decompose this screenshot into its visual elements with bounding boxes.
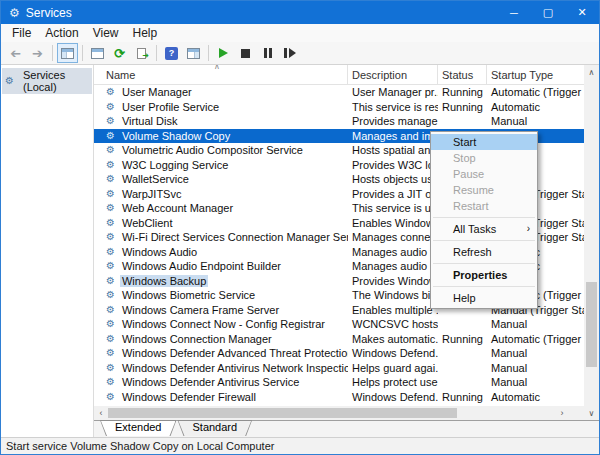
- tab-extended[interactable]: Extended: [100, 420, 176, 436]
- table-row[interactable]: ⚙Windows Connect Now - Config RegistrarW…: [94, 317, 584, 332]
- service-name: Windows Defender Antivirus Network Inspe…: [120, 362, 348, 374]
- table-row[interactable]: ⚙Windows Defender Antivirus Network Insp…: [94, 361, 584, 376]
- vertical-scroll-track[interactable]: [584, 79, 599, 406]
- column-header-startup-type[interactable]: Startup Type: [487, 65, 584, 84]
- show-console-tree-icon[interactable]: [57, 43, 78, 63]
- table-row[interactable]: ⚙User ManagerUser Manager pr...RunningAu…: [94, 85, 584, 100]
- scroll-down-icon[interactable]: ∨: [584, 406, 599, 420]
- service-description: Manages audio d...: [348, 260, 438, 272]
- service-gear-icon: ⚙: [106, 102, 115, 112]
- column-label: Name: [106, 69, 135, 81]
- export-list-icon[interactable]: ➜: [131, 43, 152, 63]
- scroll-up-icon[interactable]: ∧: [584, 65, 599, 79]
- service-startup-type: Manual: [487, 362, 584, 374]
- service-gear-icon: ⚙: [106, 87, 115, 97]
- service-startup-type: Automatic: [487, 391, 584, 403]
- table-row[interactable]: ⚙Windows Connection ManagerMakes automat…: [94, 332, 584, 347]
- tab-label: Standard: [192, 421, 237, 433]
- service-name-cell: ⚙User Manager: [94, 86, 348, 98]
- stop-service-icon[interactable]: [235, 43, 256, 63]
- restart-glyph: [284, 48, 296, 58]
- properties-window-glyph: [91, 48, 104, 59]
- service-name: WebClient: [120, 217, 175, 229]
- restart-service-icon[interactable]: [279, 43, 300, 63]
- service-name: Virtual Disk: [120, 115, 179, 127]
- context-menu-item-help[interactable]: Help: [431, 290, 537, 306]
- service-description: Enables multiple ...: [348, 304, 438, 316]
- service-name-cell: ⚙Windows Defender Firewall: [94, 391, 348, 403]
- pause-glyph: [264, 48, 272, 58]
- service-startup-type: Manual: [487, 115, 584, 127]
- service-gear-icon: ⚙: [106, 218, 115, 228]
- menu-action[interactable]: Action: [38, 26, 85, 40]
- help-glyph: ?: [165, 47, 178, 60]
- service-description: Hosts spatial anal...: [348, 144, 438, 156]
- vertical-scrollbar[interactable]: ∧ ∨: [584, 65, 599, 420]
- context-menu-item-refresh[interactable]: Refresh: [431, 244, 537, 260]
- services-gears-icon: ⚙: [9, 7, 20, 19]
- context-menu-item-all-tasks[interactable]: All Tasks›: [431, 221, 537, 237]
- close-button[interactable]: ✕: [565, 1, 599, 24]
- menu-view[interactable]: View: [86, 26, 126, 40]
- table-row[interactable]: ⚙User Profile ServiceThis service is res…: [94, 100, 584, 115]
- menu-help[interactable]: Help: [126, 26, 165, 40]
- service-name: Windows Camera Frame Server: [120, 304, 281, 316]
- pause-service-icon[interactable]: [257, 43, 278, 63]
- vertical-scroll-thumb[interactable]: [586, 282, 597, 367]
- table-row[interactable]: ⚙Virtual DiskProvides manage...Manual: [94, 114, 584, 129]
- service-gear-icon: ⚙: [106, 305, 115, 315]
- service-description: Manages connec...: [348, 231, 438, 243]
- toolbar-separator: [52, 45, 53, 61]
- services-gears-icon: ⚙: [5, 76, 14, 86]
- service-gear-icon: ⚙: [106, 203, 115, 213]
- toolbar-separator: [208, 45, 209, 61]
- service-status: Running: [438, 333, 487, 345]
- scroll-left-icon[interactable]: ‹: [94, 406, 108, 420]
- service-name: Web Account Manager: [120, 202, 235, 214]
- show-action-pane-icon[interactable]: [183, 43, 204, 63]
- column-header-status[interactable]: Status: [438, 65, 487, 84]
- forward-icon[interactable]: ➔: [27, 43, 48, 63]
- back-icon[interactable]: ➔: [5, 43, 26, 63]
- tab-standard[interactable]: Standard: [177, 420, 252, 436]
- horizontal-scroll-thumb[interactable]: [108, 408, 457, 418]
- table-row[interactable]: ⚙Windows Defender Advanced Threat Protec…: [94, 346, 584, 361]
- window-title: Services: [26, 6, 72, 20]
- service-name: WalletService: [120, 173, 191, 185]
- service-name-cell: ⚙User Profile Service: [94, 101, 348, 113]
- refresh-icon[interactable]: ⟳: [109, 43, 130, 63]
- start-service-icon[interactable]: [213, 43, 234, 63]
- column-header-name[interactable]: Name ∧: [94, 65, 348, 84]
- horizontal-scroll-track[interactable]: [108, 406, 555, 420]
- service-gear-icon: ⚙: [106, 131, 115, 141]
- context-menu: StartStopPauseResumeRestartAll Tasks›Ref…: [430, 131, 538, 309]
- service-name-cell: ⚙Volume Shadow Copy: [94, 130, 348, 142]
- table-row[interactable]: ⚙Windows Defender FirewallWindows Defend…: [94, 390, 584, 405]
- maximize-button[interactable]: ▢: [531, 1, 565, 24]
- service-gear-icon: ⚙: [106, 247, 115, 257]
- properties-window-icon[interactable]: [87, 43, 108, 63]
- service-description: Provides W3C lo...: [348, 159, 438, 171]
- service-gear-icon: ⚙: [106, 145, 115, 155]
- menu-separator: [433, 240, 535, 241]
- column-header-description[interactable]: Description: [348, 65, 438, 84]
- table-row[interactable]: ⚙Windows Defender Antivirus ServiceHelps…: [94, 375, 584, 390]
- toolbar: ➔ ➔ ⟳ ➜ ?: [1, 42, 599, 65]
- minimize-button[interactable]: ─: [497, 1, 531, 24]
- help-icon[interactable]: ?: [161, 43, 182, 63]
- stop-glyph: [241, 49, 250, 58]
- service-name: Volume Shadow Copy: [120, 130, 232, 142]
- status-text: Start service Volume Shadow Copy on Loca…: [6, 440, 274, 452]
- service-name-cell: ⚙Windows Defender Advanced Threat Protec…: [94, 347, 348, 359]
- context-menu-item-start[interactable]: Start: [431, 134, 537, 150]
- service-description: Makes automatic...: [348, 333, 438, 345]
- service-gear-icon: ⚙: [106, 334, 115, 344]
- sidebar-item-services-local[interactable]: ⚙ Services (Local): [2, 68, 92, 94]
- menu-file[interactable]: File: [5, 26, 38, 40]
- context-menu-item-properties[interactable]: Properties: [431, 267, 537, 283]
- service-gear-icon: ⚙: [106, 261, 115, 271]
- export-doc-glyph: ➜: [137, 48, 146, 59]
- service-name: WarpJITSvc: [120, 188, 184, 200]
- scroll-right-icon[interactable]: ›: [555, 406, 569, 420]
- horizontal-scrollbar[interactable]: ‹ ›: [94, 406, 569, 420]
